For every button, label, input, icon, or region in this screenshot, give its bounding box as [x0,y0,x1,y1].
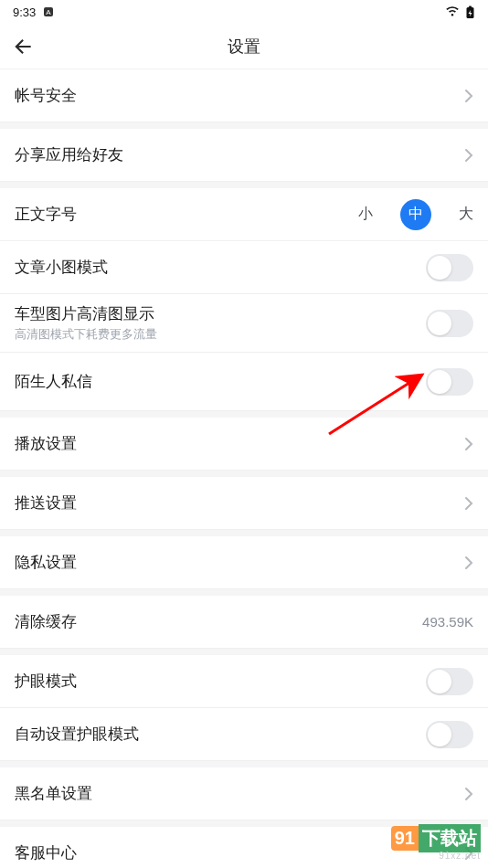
toggle-eye-mode[interactable] [426,668,473,695]
row-hd-image: 车型图片高清图显示 高清图模式下耗费更多流量 [0,294,488,353]
row-label: 分享应用给好友 [15,144,123,165]
wifi-icon [445,6,460,17]
toggle-hd-image[interactable] [426,310,473,337]
divider [0,649,488,655]
row-label: 陌生人私信 [15,371,92,392]
row-label: 车型图片高清图显示 [15,303,157,324]
chevron-right-icon [464,556,473,570]
toggle-stranger-msg[interactable] [426,368,473,396]
toggle-auto-eye-mode[interactable] [426,721,473,748]
nav-bar: 设置 [0,24,488,69]
row-label: 文章小图模式 [15,257,108,278]
app-indicator-icon: A [43,6,54,17]
row-eye-mode: 护眼模式 [0,655,488,708]
status-time: 9:33 [13,5,36,19]
chevron-right-icon [464,89,473,103]
status-bar: 9:33 A [0,0,488,24]
row-label: 护眼模式 [15,671,77,692]
watermark-part-a: 91 [391,826,419,851]
watermark: 91 下载站 91xz.net [391,824,481,861]
row-auto-eye-mode: 自动设置护眼模式 [0,708,488,761]
row-account-security[interactable]: 帐号安全 [0,69,488,122]
row-privacy[interactable]: 隐私设置 [0,536,488,589]
row-share-app[interactable]: 分享应用给好友 [0,129,488,182]
row-label: 帐号安全 [15,85,77,106]
row-blacklist[interactable]: 黑名单设置 [0,767,488,820]
row-label: 自动设置护眼模式 [15,724,139,745]
row-stranger-msg: 陌生人私信 [0,353,488,411]
row-label: 客服中心 [15,842,77,863]
chevron-right-icon [464,437,473,451]
row-label: 隐私设置 [15,552,77,573]
divider [0,589,488,596]
page-title: 设置 [228,36,260,58]
chevron-right-icon [464,787,473,801]
chevron-right-icon [464,496,473,511]
divider [0,122,488,129]
chevron-right-icon [464,148,473,163]
row-label: 清除缓存 [15,611,77,632]
cache-size-value: 493.59K [422,614,473,630]
row-subtitle: 高清图模式下耗费更多流量 [15,326,157,343]
row-push[interactable]: 推送设置 [0,477,488,530]
row-label: 推送设置 [15,492,77,513]
row-thumbnail-mode: 文章小图模式 [0,241,488,294]
row-label: 正文字号 [15,204,77,225]
back-button[interactable] [11,35,35,58]
row-font-size: 正文字号 小 中 大 [0,188,488,241]
svg-text:A: A [47,8,52,16]
row-label: 黑名单设置 [15,783,92,804]
font-size-large[interactable]: 大 [459,205,473,224]
divider [0,761,488,767]
toggle-thumbnail-mode[interactable] [426,254,473,281]
row-playback[interactable]: 播放设置 [0,418,488,471]
row-label: 播放设置 [15,433,77,454]
svg-rect-3 [469,5,472,7]
battery-icon [465,5,475,19]
divider [0,471,488,477]
row-clear-cache[interactable]: 清除缓存 493.59K [0,596,488,649]
divider [0,530,488,536]
divider [0,411,488,418]
watermark-part-b: 下载站 [419,824,481,852]
font-size-small[interactable]: 小 [358,205,373,224]
font-size-medium[interactable]: 中 [400,199,431,230]
divider [0,182,488,188]
